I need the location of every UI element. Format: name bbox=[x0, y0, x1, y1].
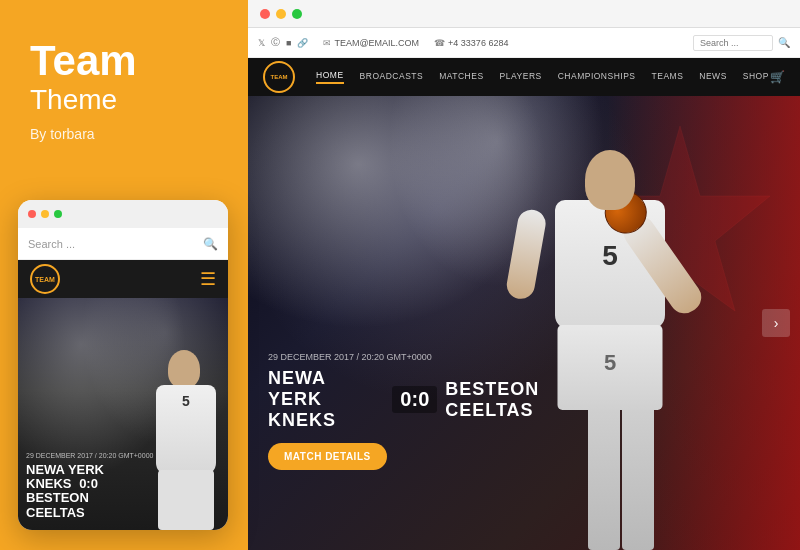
phone-icon: ☎ bbox=[434, 38, 445, 48]
phone-info: ☎ +4 33376 6284 bbox=[434, 38, 508, 48]
desktop-mockup: 𝕏 Ⓒ ■ 🔗 ✉ TEAM@EMAIL.COM ☎ +4 33376 6284… bbox=[248, 0, 800, 550]
nav-item-matches[interactable]: MATCHES bbox=[439, 71, 483, 83]
player-leg-left bbox=[588, 405, 620, 550]
nav-items: HOME BROADCASTS MATCHES PLAYERS CHAMPION… bbox=[315, 70, 770, 84]
mobile-nav: TEAM ☰ bbox=[18, 260, 228, 298]
brand-subtitle: Theme bbox=[30, 84, 218, 116]
mobile-team-away2: CEELTAS bbox=[26, 505, 85, 520]
mobile-mockup: Search ... 🔍 TEAM ☰ 5 29 DECEMBER 2017 /… bbox=[18, 200, 228, 530]
mobile-hero: 5 29 DECEMBER 2017 / 20:20 GMT+0000 NEWA… bbox=[18, 298, 228, 530]
player-head bbox=[585, 150, 635, 210]
desktop-search-input[interactable] bbox=[693, 35, 773, 51]
mobile-team-away1: BESTEON bbox=[26, 490, 89, 505]
cart-icon[interactable]: 🛒 bbox=[770, 70, 785, 84]
player-shorts-desktop: 5 bbox=[558, 325, 663, 410]
desktop-search-icon[interactable]: 🔍 bbox=[778, 37, 790, 48]
mobile-match-title: NEWA YERK KNEKS 0:0 BESTEON CEELTAS bbox=[26, 463, 220, 520]
twitter-icon[interactable]: 𝕏 bbox=[258, 38, 265, 48]
email-info: ✉ TEAM@EMAIL.COM bbox=[323, 38, 419, 48]
mobile-dot-yellow bbox=[41, 210, 49, 218]
mobile-team-kneks: KNEKS bbox=[26, 476, 72, 491]
match-overlay: 29 DECEMBER 2017 / 20:20 GMT+0000 NEWA Y… bbox=[268, 352, 560, 470]
match-team-home: NEWA YERK KNEKS bbox=[268, 368, 384, 431]
desktop-info-bar: 𝕏 Ⓒ ■ 🔗 ✉ TEAM@EMAIL.COM ☎ +4 33376 6284… bbox=[248, 28, 800, 58]
mobile-match-date: 29 DECEMBER 2017 / 20:20 GMT+0000 bbox=[26, 452, 220, 459]
link-icon[interactable]: 🔗 bbox=[297, 38, 308, 48]
email-text: TEAM@EMAIL.COM bbox=[334, 38, 419, 48]
desktop-dot-yellow bbox=[276, 9, 286, 19]
player-leg-right bbox=[622, 405, 654, 550]
desktop-hero: 5 5 29 DECEMBER 2017 / 20:20 GMT+0000 NE… bbox=[248, 96, 800, 550]
desktop-nav: TEAM HOME BROADCASTS MATCHES PLAYERS CHA… bbox=[248, 58, 800, 96]
desktop-dot-red bbox=[260, 9, 270, 19]
mobile-search-bar: Search ... 🔍 bbox=[18, 228, 228, 260]
phone-text: +4 33376 6284 bbox=[448, 38, 508, 48]
desktop-player-figure: 5 5 bbox=[500, 120, 720, 550]
nav-item-players[interactable]: PLAYERS bbox=[500, 71, 542, 83]
instagram-icon[interactable]: ■ bbox=[286, 38, 291, 48]
nav-item-home[interactable]: HOME bbox=[316, 70, 344, 84]
email-icon: ✉ bbox=[323, 38, 331, 48]
match-details-button[interactable]: MATCH DETAILS bbox=[268, 443, 387, 470]
mobile-score: 0:0 bbox=[79, 476, 98, 491]
hero-next-arrow[interactable]: › bbox=[762, 309, 790, 337]
player-arm-left bbox=[505, 208, 548, 301]
match-date-text: 29 DECEMBER 2017 / 20:20 GMT+0000 bbox=[268, 352, 560, 362]
pinterest-icon[interactable]: Ⓒ bbox=[271, 36, 280, 49]
social-icons: 𝕏 Ⓒ ■ 🔗 bbox=[258, 36, 308, 49]
mobile-hamburger-icon[interactable]: ☰ bbox=[200, 268, 216, 290]
player-shorts-number: 5 bbox=[558, 325, 663, 376]
mobile-player-head bbox=[168, 350, 200, 388]
match-title-row: NEWA YERK KNEKS 0:0 BESTEON CEELTAS bbox=[268, 368, 560, 431]
mobile-search-placeholder: Search ... bbox=[28, 238, 203, 250]
mobile-topbar bbox=[18, 200, 228, 228]
nav-item-teams[interactable]: TEAMS bbox=[652, 71, 684, 83]
mobile-match-info: 29 DECEMBER 2017 / 20:20 GMT+0000 NEWA Y… bbox=[26, 452, 220, 520]
match-team-away: BESTEON CEELTAS bbox=[445, 379, 560, 421]
match-score: 0:0 bbox=[392, 386, 437, 413]
mobile-logo: TEAM bbox=[30, 264, 60, 294]
desktop-dot-green bbox=[292, 9, 302, 19]
nav-logo: TEAM bbox=[263, 61, 295, 93]
nav-item-shop[interactable]: SHOP bbox=[743, 71, 769, 83]
nav-item-championships[interactable]: CHAMPIONSHIPS bbox=[558, 71, 636, 83]
desktop-topbar bbox=[248, 0, 800, 28]
desktop-search-area: 🔍 bbox=[693, 35, 790, 51]
brand-title: Team bbox=[30, 40, 218, 82]
nav-item-news[interactable]: NEWS bbox=[699, 71, 727, 83]
nav-item-broadcasts[interactable]: BROADCASTS bbox=[360, 71, 424, 83]
mobile-player-number: 5 bbox=[156, 385, 216, 409]
mobile-dot-green bbox=[54, 210, 62, 218]
brand-author: By torbara bbox=[30, 126, 218, 142]
mobile-dot-red bbox=[28, 210, 36, 218]
mobile-team-home: NEWA YERK bbox=[26, 462, 104, 477]
mobile-search-icon[interactable]: 🔍 bbox=[203, 237, 218, 251]
